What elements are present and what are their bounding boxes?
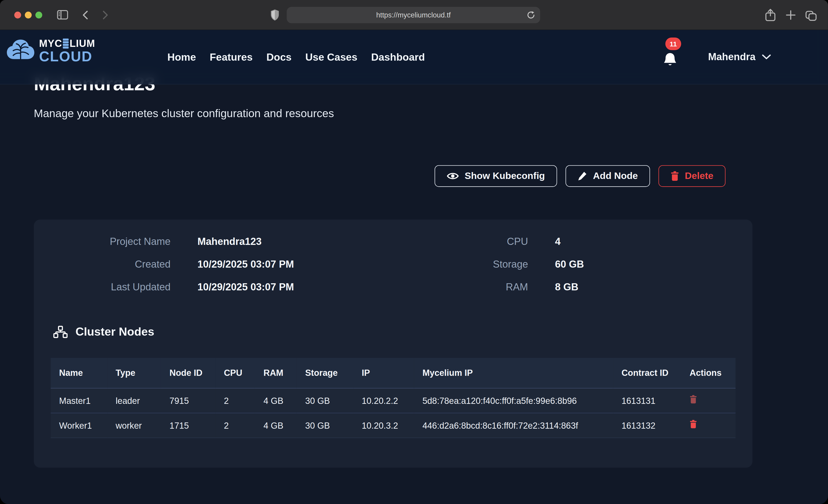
cluster-nodes-heading: Cluster Nodes bbox=[53, 325, 155, 339]
delete-node-button[interactable] bbox=[690, 395, 697, 405]
col-ram: RAM bbox=[255, 358, 297, 388]
bell-icon bbox=[663, 52, 677, 67]
trash-icon bbox=[671, 171, 679, 181]
ram-value: 8 GB bbox=[555, 282, 578, 293]
notifications-button[interactable]: 11 bbox=[661, 30, 687, 84]
nav-dashboard[interactable]: Dashboard bbox=[371, 51, 425, 63]
col-node-id: Node ID bbox=[161, 358, 215, 388]
user-menu[interactable]: Mahendra bbox=[708, 30, 771, 84]
table-row: Worker1 worker 1715 2 4 GB 30 GB 10.20.3… bbox=[51, 413, 736, 437]
site-header: MYC LIUM CLOUD Home Features Docs Use Ca… bbox=[0, 30, 828, 85]
page-subtitle: Manage your Kubernetes cluster configura… bbox=[34, 107, 334, 120]
table-row: Master1 leader 7915 2 4 GB 30 GB 10.20.2… bbox=[51, 388, 736, 413]
forward-button-icon[interactable] bbox=[102, 10, 108, 19]
browser-window: https://myceliumcloud.tf Mahendra123 Man… bbox=[0, 0, 828, 504]
delete-cluster-button[interactable]: Delete bbox=[658, 165, 726, 187]
cluster-nodes-icon bbox=[53, 326, 68, 338]
cell-node-id: 1715 bbox=[161, 413, 215, 437]
add-node-button[interactable]: Add Node bbox=[566, 165, 650, 187]
cell-ram: 4 GB bbox=[255, 413, 297, 437]
col-contract-id: Contract ID bbox=[613, 358, 681, 388]
cell-type: leader bbox=[107, 388, 161, 413]
cell-storage: 30 GB bbox=[297, 413, 353, 437]
delete-label: Delete bbox=[685, 170, 713, 181]
col-type: Type bbox=[107, 358, 161, 388]
col-ip: IP bbox=[353, 358, 414, 388]
cell-cpu: 2 bbox=[215, 413, 255, 437]
cell-ip: 10.20.2.2 bbox=[353, 388, 414, 413]
last-updated-value: 10/29/2025 03:07 PM bbox=[197, 282, 294, 293]
nav-use-cases[interactable]: Use Cases bbox=[305, 51, 357, 63]
nav-features[interactable]: Features bbox=[210, 51, 253, 63]
back-button-icon[interactable] bbox=[82, 10, 88, 19]
ram-label: RAM bbox=[407, 282, 528, 293]
logo[interactable]: MYC LIUM CLOUD bbox=[5, 37, 95, 65]
project-name-label: Project Name bbox=[49, 236, 170, 248]
cell-name: Master1 bbox=[51, 388, 107, 413]
main-nav: Home Features Docs Use Cases Dashboard bbox=[167, 30, 425, 84]
cell-ip: 10.20.3.2 bbox=[353, 413, 414, 437]
cell-type: worker bbox=[107, 413, 161, 437]
nav-home[interactable]: Home bbox=[167, 51, 196, 63]
cell-cpu: 2 bbox=[215, 388, 255, 413]
cpu-label: CPU bbox=[407, 236, 528, 248]
nav-docs[interactable]: Docs bbox=[266, 51, 292, 63]
cluster-nodes-title: Cluster Nodes bbox=[76, 325, 155, 339]
cpu-value: 4 bbox=[555, 236, 561, 248]
chevron-down-icon bbox=[762, 54, 771, 60]
trash-icon bbox=[690, 419, 697, 428]
browser-toolbar: https://myceliumcloud.tf bbox=[0, 0, 828, 30]
notification-count-badge: 11 bbox=[665, 37, 681, 50]
logo-line1-post: LIUM bbox=[70, 39, 95, 49]
logo-line2: CLOUD bbox=[39, 50, 95, 64]
col-name: Name bbox=[51, 358, 107, 388]
col-storage: Storage bbox=[297, 358, 353, 388]
show-kubeconfig-button[interactable]: Show Kubeconfig bbox=[434, 165, 557, 187]
mycelium-cloud-logo-icon bbox=[5, 37, 36, 65]
cluster-info-left: Project Name Mahendra123 Created 10/29/2… bbox=[49, 236, 294, 293]
logo-wordmark: MYC LIUM CLOUD bbox=[39, 39, 95, 64]
logo-line1-pre: MYC bbox=[39, 39, 62, 49]
col-mycelium-ip: Mycelium IP bbox=[414, 358, 613, 388]
new-tab-icon[interactable] bbox=[786, 10, 796, 20]
cell-ram: 4 GB bbox=[255, 388, 297, 413]
cell-name: Worker1 bbox=[51, 413, 107, 437]
user-name: Mahendra bbox=[708, 51, 755, 63]
cell-contract-id: 1613131 bbox=[613, 388, 681, 413]
eye-icon bbox=[447, 172, 459, 180]
table-header-row: Name Type Node ID CPU RAM Storage IP Myc… bbox=[51, 358, 736, 388]
cell-mycelium-ip: 446:d2a6:8bcd:8c16:ff0f:72e2:3114:863f bbox=[414, 413, 613, 437]
project-name-value: Mahendra123 bbox=[197, 236, 261, 248]
trash-icon bbox=[690, 395, 697, 404]
created-value: 10/29/2025 03:07 PM bbox=[197, 259, 294, 270]
cluster-nodes-table: Name Type Node ID CPU RAM Storage IP Myc… bbox=[51, 358, 736, 438]
cluster-details-card: Project Name Mahendra123 Created 10/29/2… bbox=[34, 220, 752, 468]
delete-node-button[interactable] bbox=[690, 419, 697, 430]
last-updated-label: Last Updated bbox=[49, 282, 170, 293]
cell-storage: 30 GB bbox=[297, 388, 353, 413]
cluster-info-right: CPU 4 Storage 60 GB RAM 8 GB bbox=[407, 236, 584, 293]
tab-overview-icon[interactable] bbox=[805, 9, 817, 21]
minimize-window-button[interactable] bbox=[25, 12, 32, 18]
page-body: Mahendra123 Manage your Kubernetes clust… bbox=[0, 30, 828, 504]
sidebar-toggle-icon[interactable] bbox=[57, 10, 68, 19]
logo-e-bars-icon bbox=[63, 39, 69, 48]
add-node-label: Add Node bbox=[593, 170, 638, 181]
address-bar[interactable]: https://myceliumcloud.tf bbox=[287, 7, 540, 23]
storage-value: 60 GB bbox=[555, 259, 584, 270]
cell-mycelium-ip: 5d8:78ea:a120:f40c:ff0f:a5fe:99e6:8b96 bbox=[414, 388, 613, 413]
pencil-icon bbox=[578, 171, 587, 181]
cluster-actions: Show Kubeconfig Add Node Delete bbox=[434, 165, 726, 187]
created-label: Created bbox=[49, 259, 170, 270]
show-kubeconfig-label: Show Kubeconfig bbox=[465, 170, 545, 181]
storage-label: Storage bbox=[407, 259, 528, 270]
cell-contract-id: 1613132 bbox=[613, 413, 681, 437]
share-icon[interactable] bbox=[765, 8, 776, 22]
url-text: https://myceliumcloud.tf bbox=[376, 11, 451, 19]
privacy-shield-icon[interactable] bbox=[270, 9, 279, 21]
col-cpu: CPU bbox=[215, 358, 255, 388]
col-actions: Actions bbox=[681, 358, 736, 388]
close-window-button[interactable] bbox=[14, 12, 21, 18]
zoom-window-button[interactable] bbox=[35, 12, 42, 18]
reload-icon[interactable] bbox=[527, 10, 535, 19]
